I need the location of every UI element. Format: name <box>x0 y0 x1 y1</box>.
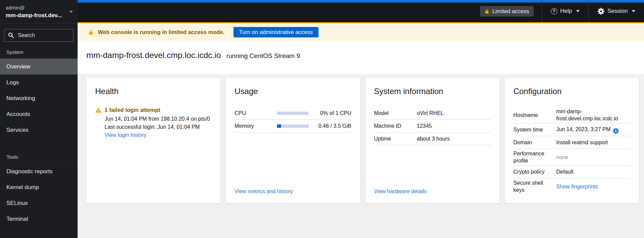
main-content: mm-damp-frost.devel.cmp.loc.icdc.io runn… <box>78 41 644 238</box>
current-host: mm-damp-frost.dev... <box>6 11 67 19</box>
warning-icon <box>95 107 102 113</box>
sidebar-item-label: Diagnostic reports <box>6 168 53 175</box>
cpu-progress-bar <box>277 112 309 115</box>
cpu-value: 0% of 1 CPU <box>309 110 351 116</box>
table-row: Uptime about 3 hours <box>374 132 491 145</box>
session-menu[interactable]: Session <box>589 0 644 22</box>
logged-in-user: admin@ <box>6 4 67 11</box>
last-login-detail: Last successful login: Jun 14, 01:04 PM <box>105 123 212 131</box>
row-value: Install realmd support <box>556 139 630 146</box>
page-title: mm-damp-frost.devel.cmp.loc.icdc.io <box>86 51 221 60</box>
sidebar-item-label: Terminal <box>6 216 28 222</box>
view-login-history-link[interactable]: View login history <box>105 132 212 138</box>
row-label: Crypto policy <box>513 168 556 175</box>
host-switcher[interactable]: admin@ mm-damp-frost.dev... <box>0 0 78 24</box>
row-value: 12345 <box>417 122 491 129</box>
configuration-card: Configuration Hostname mm-damp-frost.dev… <box>505 78 639 203</box>
sidebar-item-label: SELinux <box>6 200 28 207</box>
sidebar-item-kernel-dump[interactable]: Kernel dump <box>0 179 78 195</box>
card-title: Health <box>95 87 212 96</box>
memory-usage-row: Memory 0.46 / 3.5 GiB <box>234 120 351 132</box>
sidebar-item-services[interactable]: Services <box>0 122 78 138</box>
help-icon: ? <box>551 8 557 14</box>
memory-label: Memory <box>234 123 277 129</box>
failed-login-detail: Jun 14, 01:04 PM from 198.10.20.4 on pts… <box>105 115 212 123</box>
row-label: Secure shell keys <box>513 179 556 194</box>
session-label: Session <box>608 8 628 14</box>
page-header: mm-damp-frost.devel.cmp.loc.icdc.io runn… <box>78 41 644 74</box>
overview-cards: Health 1 failed login attempt Jun 14, 01… <box>78 74 644 203</box>
failed-login-alert: 1 failed login attempt <box>95 107 212 113</box>
sidebar-item-label: Kernel dump <box>6 184 39 191</box>
system-information-card: System information Model oVirt RHEL Mach… <box>365 78 500 203</box>
chevron-down-icon <box>632 10 635 12</box>
system-time-value: Jun 14, 2023, 3:27 PM <box>556 126 611 132</box>
sidebar-item-accounts[interactable]: Accounts <box>0 106 78 122</box>
view-metrics-link[interactable]: View metrics and history <box>234 188 351 195</box>
row-value: Jun 14, 2023, 3:27 PMi <box>556 126 630 134</box>
chevron-down-icon <box>576 10 580 12</box>
sidebar-item-label: Accounts <box>6 111 30 118</box>
host-switcher-text: admin@ mm-damp-frost.dev... <box>6 4 67 19</box>
row-label: Model <box>374 110 417 117</box>
chevron-down-icon <box>69 11 73 13</box>
sidebar-item-terminal[interactable]: Terminal <box>0 211 78 227</box>
sidebar-item-label: Logs <box>6 79 19 86</box>
row-value: about 3 hours <box>417 135 491 142</box>
search-icon <box>8 32 14 38</box>
hostname-row: Hostname mm-damp-frost.devel.cmp.loc.icd… <box>513 107 630 123</box>
nav-section-label: System <box>0 47 78 58</box>
sidebar-item-label: Overview <box>6 63 30 70</box>
sidebar-item-label: Networking <box>6 95 35 102</box>
nav-section-system: System Overview Logs Networking Accounts… <box>0 47 78 138</box>
card-title: System information <box>374 87 491 96</box>
row-label: Hostname <box>513 112 556 119</box>
sidebar-item-overview[interactable]: Overview <box>0 59 78 75</box>
memory-progress-bar <box>277 124 309 128</box>
turn-on-admin-access-button[interactable]: Turn on administrative access <box>233 27 319 37</box>
row-value: mm-damp-frost.devel.cmp.loc.icdc.io <box>556 108 630 122</box>
crypto-policy-row: Crypto policy Default <box>513 166 630 178</box>
health-card: Health 1 failed login attempt Jun 14, 01… <box>86 78 221 203</box>
secure-shell-keys-row: Secure shell keys Show fingerprints <box>513 178 630 195</box>
divider <box>588 0 589 22</box>
memory-value: 0.46 / 3.5 GiB <box>309 123 351 129</box>
row-value: oVirt RHEL <box>417 110 491 117</box>
row-value: Default <box>556 168 630 175</box>
system-time-row: System time Jun 14, 2023, 3:27 PMi <box>513 123 630 136</box>
nav-section-label: Tools <box>0 151 78 163</box>
row-value: none <box>556 154 630 161</box>
limited-access-button[interactable]: Limited access <box>480 6 533 17</box>
banner-message: Web console is running in limited access… <box>98 29 225 35</box>
lock-icon <box>88 29 94 35</box>
masthead: Limited access ? Help Session <box>78 0 644 22</box>
usage-card: Usage CPU 0% of 1 CPU Memory 0.46 / 3.5 … <box>226 78 360 203</box>
sidebar-item-logs[interactable]: Logs <box>0 75 78 90</box>
card-title: Usage <box>234 87 351 96</box>
show-fingerprints-link[interactable]: Show fingerprints <box>556 184 598 189</box>
alert-title: 1 failed login attempt <box>105 107 160 113</box>
sidebar-item-diagnostic-reports[interactable]: Diagnostic reports <box>0 163 78 179</box>
row-label: Uptime <box>374 135 417 142</box>
limited-access-banner: Web console is running in limited access… <box>78 22 644 41</box>
row-label: Machine ID <box>374 122 417 129</box>
table-row: Model oVirt RHEL <box>374 107 491 120</box>
row-label: System time <box>513 126 556 133</box>
sidebar-search <box>4 29 74 42</box>
cpu-usage-row: CPU 0% of 1 CPU <box>234 107 351 120</box>
card-title: Configuration <box>513 87 630 96</box>
row-label: Domain <box>513 139 556 146</box>
domain-row: Domain Install realmd support <box>513 136 630 149</box>
info-icon[interactable]: i <box>613 128 619 134</box>
os-subtitle: running CentOS Stream 9 <box>226 52 300 60</box>
cpu-label: CPU <box>234 110 277 116</box>
nav-section-tools: Tools Diagnostic reports Kernel dump SEL… <box>0 151 78 227</box>
performance-profile-row: Performance profile none <box>513 149 630 166</box>
row-label: Performance profile <box>513 150 556 164</box>
help-menu[interactable]: ? Help <box>542 0 588 22</box>
sidebar: admin@ mm-damp-frost.dev... System Overv… <box>0 0 78 238</box>
sidebar-item-networking[interactable]: Networking <box>0 90 78 106</box>
view-hardware-details-link[interactable]: View hardware details <box>374 188 491 195</box>
search-input[interactable] <box>4 29 74 42</box>
sidebar-item-selinux[interactable]: SELinux <box>0 195 78 211</box>
